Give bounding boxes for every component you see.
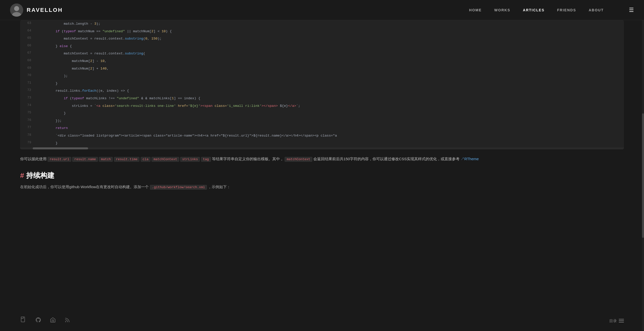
line-number: 71: [20, 80, 35, 86]
toc-label: 目录: [609, 319, 617, 323]
code-line: 74 strLinks = `<a class='search-result-l…: [20, 102, 624, 110]
inline-code-result.name: result.name: [72, 157, 98, 162]
code-scrollbar[interactable]: [20, 147, 624, 149]
line-number: 73: [20, 95, 35, 101]
line-number: 79: [20, 140, 35, 145]
line-number: 72: [20, 87, 35, 93]
logo-text: RAVELLOH: [27, 7, 63, 13]
code-scrollbar-thumb[interactable]: [33, 147, 88, 149]
line-code: });: [35, 117, 66, 125]
nav-friends[interactable]: FRIENDS: [557, 8, 576, 12]
code-line: 71 }: [20, 80, 624, 87]
line-code: strLinks = `<a class='search-result-link…: [35, 102, 304, 110]
main-content: 63 match.length - 3);64 if (typeof match…: [0, 20, 644, 190]
code-line: 64 if (typeof matchNum == "undefined" ||…: [20, 28, 624, 35]
inline-code-strLinks: strLinks: [180, 157, 200, 162]
line-number: 67: [20, 50, 35, 56]
svg-point-1: [14, 6, 19, 11]
line-code: if (typeof matchNum == "undefined" || ma…: [35, 28, 176, 35]
desc-highlight-text: 会返回结果前后共150字符的内容，你可以通过修改CSS实现其样式的优化，或直接参…: [313, 157, 460, 161]
rtheme-link[interactable]: ↗RTheme: [461, 157, 479, 161]
code-line: 76 });: [20, 117, 624, 125]
github-icon[interactable]: [35, 316, 42, 323]
inline-code-result.time: result.time: [114, 157, 140, 162]
line-code: result.links.forEach((e, index) => {: [35, 87, 133, 95]
code-line: 63 match.length - 3);: [20, 20, 624, 28]
code-line: 73 if (typeof matchLinks !== "undefined"…: [20, 95, 624, 102]
logo-link[interactable]: RAVELLOH: [10, 4, 63, 17]
section-inline-code: .github/workflow/search.xml: [150, 185, 207, 190]
line-code: );: [35, 72, 72, 80]
line-code: }: [35, 80, 62, 87]
right-scrollbar[interactable]: [642, 20, 644, 331]
code-line: 70 );: [20, 72, 624, 80]
line-code: } else {: [35, 43, 76, 50]
inline-code-matchContext: matchContext: [151, 157, 179, 162]
code-line: 75 }: [20, 110, 624, 117]
line-code: matchContext = result.context.substring(: [35, 50, 149, 57]
desc-highlight-code: matchContext: [285, 157, 312, 162]
code-line: 65 matchContext = result.context.substri…: [20, 35, 624, 43]
list-icon: [619, 319, 624, 323]
line-code: matchContext = result.context.substring(…: [35, 35, 166, 43]
svg-rect-3: [21, 317, 25, 322]
code-line: 66 } else {: [20, 43, 624, 50]
line-number: 77: [20, 124, 35, 130]
code-line: 69 matchNum[2] + 140,: [20, 65, 624, 73]
line-number: 74: [20, 102, 35, 108]
section-text: 在初始化成功后，你可以使用github Workflow在有更改时自动构建。添加…: [20, 183, 624, 190]
line-code: }: [35, 110, 70, 117]
line-number: 66: [20, 43, 35, 48]
svg-point-5: [65, 321, 66, 322]
section-title: 持续构建: [26, 171, 54, 180]
section-heading: # 持续构建: [20, 171, 624, 180]
line-code: `<div class="loaded listprogram"><articl…: [35, 132, 341, 140]
nav-home[interactable]: HOME: [469, 8, 482, 12]
code-line: 72 result.links.forEach((e, index) => {: [20, 87, 624, 95]
nav-works[interactable]: WORKS: [494, 8, 510, 12]
code-line: 77 return: [20, 124, 624, 132]
svg-rect-4: [21, 317, 23, 318]
inline-code-match: match: [99, 157, 113, 162]
line-code: if (typeof matchLinks !== "undefined" & …: [35, 95, 204, 102]
description-area: 你可以据此使用 result.url result.name match res…: [20, 149, 624, 165]
line-number: 68: [20, 57, 35, 63]
inline-code-cla: cla: [141, 157, 150, 162]
line-code: return: [35, 124, 72, 132]
inline-code-tag: tag: [201, 157, 211, 162]
section-hash: #: [20, 172, 24, 180]
line-number: 63: [20, 20, 35, 26]
line-code: }: [35, 140, 62, 147]
header: RAVELLOH HOME WORKS ARTICLES FRIENDS ABO…: [0, 0, 644, 20]
line-number: 75: [20, 110, 35, 115]
nav-about[interactable]: ABOUT: [589, 8, 604, 12]
footer-icons: [20, 316, 71, 323]
right-scrollbar-thumb[interactable]: [642, 113, 644, 238]
desc-suffix: 等结果字符串自定义你的输出模板。其中，: [212, 157, 284, 161]
file-icon[interactable]: [20, 316, 27, 323]
nav: HOME WORKS ARTICLES FRIENDS ABOUT ☰: [469, 7, 634, 13]
line-code: match.length - 3);: [35, 20, 104, 28]
toc-button[interactable]: 目录: [609, 319, 624, 323]
desc-prefix: 你可以据此使用: [20, 157, 47, 161]
code-line: 79 }: [20, 140, 624, 147]
line-number: 69: [20, 65, 35, 71]
line-code: matchNum[2] - 10,: [35, 57, 110, 65]
hamburger-icon[interactable]: ☰: [629, 7, 634, 13]
line-number: 78: [20, 132, 35, 138]
line-number: 70: [20, 72, 35, 78]
line-number: 65: [20, 35, 35, 41]
line-number: 76: [20, 117, 35, 123]
rss-icon[interactable]: [64, 316, 71, 323]
code-line: 68 matchNum[2] - 10,: [20, 57, 624, 65]
home-icon[interactable]: [49, 316, 56, 323]
line-number: 64: [20, 28, 35, 34]
code-line: 78 `<div class="loaded listprogram"><art…: [20, 132, 624, 140]
line-code: matchNum[2] + 140,: [35, 65, 112, 73]
nav-articles[interactable]: ARTICLES: [523, 8, 545, 12]
inline-code-result.url: result.url: [48, 157, 71, 162]
code-block: 63 match.length - 3);64 if (typeof match…: [20, 20, 624, 149]
code-line: 67 matchContext = result.context.substri…: [20, 50, 624, 57]
avatar: [10, 4, 23, 17]
